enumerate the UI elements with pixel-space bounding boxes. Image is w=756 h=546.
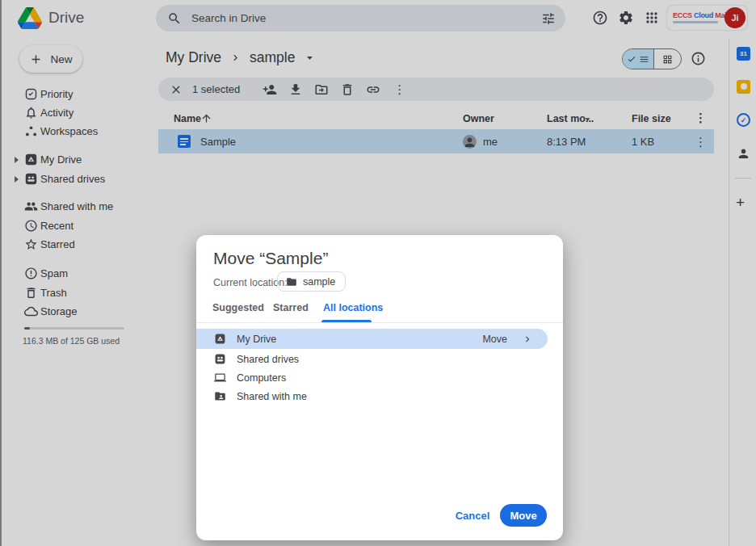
current-location-chip[interactable]: sample [277, 271, 346, 292]
tab-starred[interactable]: Starred [273, 302, 309, 313]
tab-suggested[interactable]: Suggested [212, 302, 264, 313]
move-dialog: Move “Sample” Current location: sample S… [196, 235, 563, 540]
computer-icon [214, 372, 226, 384]
current-location-label: Current location: [213, 277, 288, 288]
chevron-right-icon[interactable] [522, 334, 533, 345]
location-row-my-drive[interactable]: My Drive Move [196, 329, 548, 349]
shared-drives-icon [214, 353, 226, 365]
shared-folder-icon [214, 390, 226, 402]
dialog-title: Move “Sample” [213, 249, 328, 268]
my-drive-icon [214, 333, 226, 345]
move-button[interactable]: Move [500, 504, 547, 527]
location-row-shared-drives[interactable]: Shared drives [196, 349, 563, 369]
drive-app: Drive Search in Drive ECCS Cloud [0, 0, 756, 546]
location-row-shared-with-me[interactable]: Shared with me [196, 386, 563, 406]
folder-icon [286, 276, 297, 288]
cancel-button[interactable]: Cancel [455, 505, 490, 526]
tab-all-locations[interactable]: All locations [323, 302, 383, 313]
current-location-name: sample [303, 276, 335, 288]
location-row-computers[interactable]: Computers [196, 368, 563, 388]
row-move-label[interactable]: Move [482, 334, 507, 345]
tabs-divider [196, 322, 563, 323]
